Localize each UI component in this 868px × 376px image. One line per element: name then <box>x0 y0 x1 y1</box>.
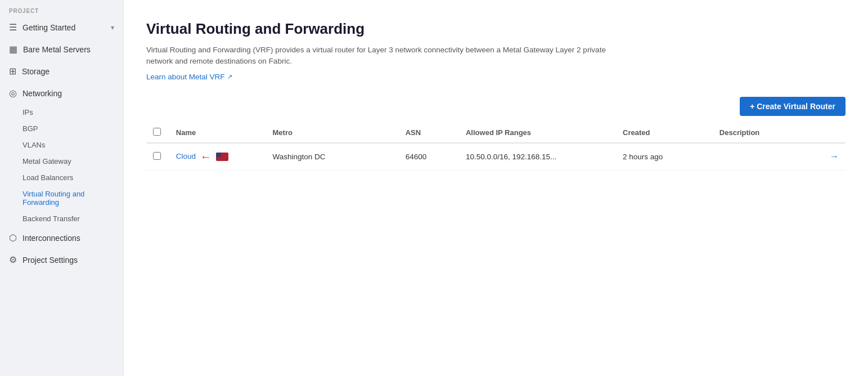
row-asn-value: 64600 <box>406 153 427 161</box>
row-created-cell: 2 hours ago <box>616 143 713 171</box>
sidebar-item-networking[interactable]: ◎ Networking <box>0 82 123 104</box>
sidebar-item-label-project-settings: Project Settings <box>23 256 78 265</box>
toolbar: + Create Virtual Router <box>146 97 845 116</box>
sidebar-item-bare-metal-servers[interactable]: ▦ Bare Metal Servers <box>0 38 123 60</box>
main-content: Virtual Routing and Forwarding Virtual R… <box>124 0 868 376</box>
external-link-icon: ↗ <box>227 73 232 80</box>
select-all-checkbox[interactable] <box>153 128 161 136</box>
sidebar-item-label-storage: Storage <box>22 67 50 76</box>
networking-icon: ◎ <box>9 88 17 99</box>
sidebar-item-storage[interactable]: ⊞ Storage <box>0 60 123 82</box>
sidebar-item-label-networking: Networking <box>23 89 62 98</box>
chevron-down-icon: ▾ <box>111 24 114 32</box>
table-row: Cloud ← Washington DC 64600 10.50.0.0/16… <box>146 143 845 171</box>
page-title: Virtual Routing and Forwarding <box>146 20 845 38</box>
row-metro-value: Washington DC <box>273 153 326 161</box>
metro-flag-icon <box>216 153 228 161</box>
networking-sub-items: IPs BGP VLANs Metal Gateway Load Balance… <box>0 104 123 227</box>
row-action-cell[interactable]: → <box>821 143 845 171</box>
row-name-link[interactable]: Cloud <box>176 152 196 160</box>
settings-icon: ⚙ <box>9 254 17 265</box>
row-created-value: 2 hours ago <box>623 153 663 161</box>
server-icon: ▦ <box>9 44 17 55</box>
row-select-checkbox[interactable] <box>153 152 161 160</box>
col-header-checkbox <box>146 123 169 143</box>
annotation-arrow: ← <box>200 150 212 163</box>
sidebar-section-label: PROJECT <box>0 0 123 16</box>
sidebar-item-metal-gateway[interactable]: Metal Gateway <box>0 153 123 169</box>
storage-icon: ⊞ <box>9 66 16 77</box>
sidebar-item-load-balancers[interactable]: Load Balancers <box>0 169 123 186</box>
page-description: Virtual Routing and Forwarding (VRF) pro… <box>146 44 619 68</box>
sidebar-item-interconnections[interactable]: ⬡ Interconnections <box>0 227 123 249</box>
row-metro-cell: Washington DC <box>266 143 399 171</box>
col-header-metro: Metro <box>266 123 399 143</box>
col-header-arrow <box>821 123 845 143</box>
learn-link-label: Learn about Metal VRF <box>146 73 225 81</box>
sidebar-item-virtual-routing[interactable]: Virtual Routing and Forwarding <box>0 186 123 211</box>
sidebar-item-vlans[interactable]: VLANs <box>0 137 123 153</box>
row-chevron-right-icon[interactable]: → <box>830 151 839 161</box>
sidebar-item-bgp[interactable]: BGP <box>0 120 123 137</box>
getting-started-icon: ☰ <box>9 22 17 33</box>
sidebar-item-label-interconnections: Interconnections <box>23 234 80 243</box>
sidebar-item-ips[interactable]: IPs <box>0 104 123 120</box>
row-name-cell: Cloud ← <box>169 143 266 171</box>
vrf-table: Name Metro ASN Allowed IP Ranges Created… <box>146 123 845 171</box>
sidebar-item-label-getting-started: Getting Started <box>23 23 75 32</box>
col-header-description: Description <box>713 123 821 143</box>
interconnections-icon: ⬡ <box>9 232 17 243</box>
sidebar-item-getting-started[interactable]: ☰ Getting Started ▾ <box>0 16 123 38</box>
row-checkbox-cell <box>146 143 169 171</box>
create-virtual-router-button[interactable]: + Create Virtual Router <box>740 97 845 116</box>
sidebar-item-backend-transfer[interactable]: Backend Transfer <box>0 211 123 227</box>
sidebar: PROJECT ☰ Getting Started ▾ ▦ Bare Metal… <box>0 0 124 376</box>
row-asn-cell: 64600 <box>399 143 459 171</box>
row-allowed-ip-cell: 10.50.0.0/16, 192.168.15... <box>459 143 616 171</box>
col-header-allowed-ip: Allowed IP Ranges <box>459 123 616 143</box>
row-description-cell <box>713 143 821 171</box>
sidebar-item-label-bare-metal: Bare Metal Servers <box>23 45 91 54</box>
col-header-asn: ASN <box>399 123 459 143</box>
row-allowed-ip-value: 10.50.0.0/16, 192.168.15... <box>466 153 556 161</box>
col-header-created: Created <box>616 123 713 143</box>
col-header-name: Name <box>169 123 266 143</box>
sidebar-item-project-settings[interactable]: ⚙ Project Settings <box>0 249 123 271</box>
learn-link[interactable]: Learn about Metal VRF ↗ <box>146 73 232 81</box>
